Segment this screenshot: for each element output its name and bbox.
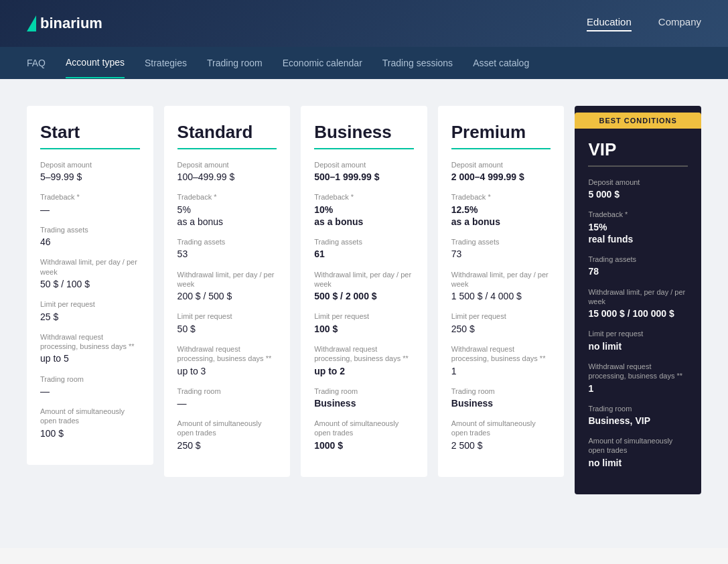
card-start: StartDeposit amount5–99.99 $Tradeback *—… (27, 106, 153, 465)
field-value-standard-0: 100–499.99 $ (177, 171, 277, 183)
subnav-economic-calendar[interactable]: Economic calendar (283, 48, 362, 78)
field-label-start-3: Withdrawal limit, per day / per week (40, 257, 140, 277)
field-label-start-5: Withdrawal request processing, business … (40, 332, 140, 352)
field-standard-0: Deposit amount100–499.99 $ (177, 160, 277, 183)
field-label-premium-5: Withdrawal request processing, business … (451, 344, 551, 364)
field-label-start-0: Deposit amount (40, 160, 140, 169)
field-value-standard-2: 53 (177, 248, 277, 260)
field-business-3: Withdrawal limit, per day / per week500 … (314, 270, 414, 303)
field-premium-4: Limit per request250 $ (451, 311, 551, 334)
nav-company[interactable]: Company (658, 16, 701, 31)
field-standard-5: Withdrawal request processing, business … (177, 344, 277, 377)
field-premium-5: Withdrawal request processing, business … (451, 344, 551, 377)
field-label-business-5: Withdrawal request processing, business … (314, 344, 414, 364)
field-value-start-3: 50 $ / 100 $ (40, 278, 140, 290)
field-start-2: Trading assets46 (40, 225, 140, 248)
field-start-6: Trading room— (40, 374, 140, 397)
main-content: StartDeposit amount5–99.99 $Tradeback *—… (0, 79, 728, 548)
field-standard-4: Limit per request50 $ (177, 311, 277, 334)
field-standard-1: Tradeback *5%as a bonus (177, 192, 277, 228)
card-business: BusinessDeposit amount500–1 999.99 $Trad… (301, 106, 427, 477)
card-divider-standard (177, 148, 277, 149)
field-value-standard-4: 50 $ (177, 323, 277, 335)
card-divider-vip (588, 165, 688, 167)
field-value-standard-3: 200 $ / 500 $ (177, 290, 277, 302)
top-nav-links: Education Company (587, 16, 701, 31)
field-label-vip-5: Withdrawal request processing, business … (588, 362, 688, 381)
field-label-premium-1: Tradeback * (451, 192, 551, 202)
field-label-premium-4: Limit per request (451, 311, 551, 321)
field-value-premium-7: 2 500 $ (451, 439, 551, 451)
field-label-standard-4: Limit per request (177, 311, 277, 321)
field-value-vip-6: Business, VIP (588, 415, 688, 427)
field-label-start-7: Amount of simultaneously open trades (40, 407, 140, 426)
field-label-premium-0: Deposit amount (451, 160, 551, 169)
logo[interactable]: binarium (27, 15, 102, 32)
field-vip-6: Trading roomBusiness, VIP (588, 404, 688, 427)
field-label-start-1: Tradeback * (40, 192, 140, 202)
field-label-vip-2: Trading assets (588, 255, 688, 264)
field-vip-7: Amount of simultaneously open tradesno l… (588, 436, 688, 469)
subnav-faq[interactable]: FAQ (27, 48, 46, 78)
field-value-vip-1: 15%real funds (588, 221, 688, 245)
field-vip-4: Limit per requestno limit (588, 329, 688, 352)
field-label-business-0: Deposit amount (314, 160, 414, 169)
field-value-business-7: 1000 $ (314, 439, 414, 451)
field-value-standard-6: — (177, 397, 277, 409)
subnav-trading-sessions[interactable]: Trading sessions (382, 48, 453, 78)
field-value-standard-5: up to 3 (177, 365, 277, 377)
field-label-vip-4: Limit per request (588, 329, 688, 338)
logo-text: binarium (40, 15, 102, 32)
subnav-account-types[interactable]: Account types (66, 48, 125, 78)
field-business-5: Withdrawal request processing, business … (314, 344, 414, 377)
field-label-start-2: Trading assets (40, 225, 140, 234)
field-premium-3: Withdrawal limit, per day / per week1 50… (451, 270, 551, 303)
field-value-start-0: 5–99.99 $ (40, 171, 140, 183)
field-value-vip-0: 5 000 $ (588, 188, 688, 200)
card-divider-premium (451, 148, 551, 149)
field-start-4: Limit per request25 $ (40, 299, 140, 322)
field-value-business-6: Business (314, 397, 414, 409)
field-label-standard-5: Withdrawal request processing, business … (177, 344, 277, 364)
field-label-start-4: Limit per request (40, 299, 140, 309)
subnav-asset-catalog[interactable]: Asset catalog (473, 48, 529, 78)
card-standard: StandardDeposit amount100–499.99 $Tradeb… (164, 106, 291, 477)
field-label-business-7: Amount of simultaneously open trades (314, 419, 414, 438)
field-value-business-0: 500–1 999.99 $ (314, 171, 414, 183)
card-title-start: Start (40, 122, 140, 143)
field-start-1: Tradeback *— (40, 192, 140, 215)
field-premium-2: Trading assets73 (451, 237, 551, 260)
field-value-start-5: up to 5 (40, 352, 140, 364)
field-value-premium-6: Business (451, 397, 551, 409)
field-value-standard-1: 5%as a bonus (177, 204, 277, 228)
field-value-vip-5: 1 (588, 382, 688, 395)
field-label-standard-0: Deposit amount (177, 160, 277, 169)
subnav-strategies[interactable]: Strategies (145, 48, 187, 78)
field-value-premium-3: 1 500 $ / 4 000 $ (451, 290, 551, 302)
field-vip-2: Trading assets78 (588, 255, 688, 277)
field-business-6: Trading roomBusiness (314, 386, 414, 409)
field-value-premium-1: 12.5%as a bonus (451, 204, 551, 228)
field-premium-0: Deposit amount2 000–4 999.99 $ (451, 160, 551, 183)
field-value-business-4: 100 $ (314, 323, 414, 335)
field-value-business-3: 500 $ / 2 000 $ (314, 290, 414, 302)
field-start-7: Amount of simultaneously open trades100 … (40, 407, 140, 439)
field-value-vip-2: 78 (588, 265, 688, 277)
field-label-standard-7: Amount of simultaneously open trades (177, 419, 277, 438)
field-label-business-6: Trading room (314, 386, 414, 396)
field-premium-7: Amount of simultaneously open trades2 50… (451, 419, 551, 451)
subnav-trading-room[interactable]: Trading room (207, 48, 263, 78)
card-title-business: Business (314, 122, 414, 143)
field-value-business-2: 61 (314, 248, 414, 260)
field-value-vip-7: no limit (588, 457, 688, 469)
field-label-business-3: Withdrawal limit, per day / per week (314, 270, 414, 289)
field-label-vip-6: Trading room (588, 404, 688, 413)
field-value-start-1: — (40, 204, 140, 216)
field-label-premium-6: Trading room (451, 386, 551, 396)
field-label-vip-7: Amount of simultaneously open trades (588, 436, 688, 455)
nav-education[interactable]: Education (587, 16, 632, 31)
field-start-0: Deposit amount5–99.99 $ (40, 160, 140, 183)
field-label-premium-7: Amount of simultaneously open trades (451, 419, 551, 438)
field-business-1: Tradeback *10%as a bonus (314, 192, 414, 228)
field-label-premium-2: Trading assets (451, 237, 551, 246)
